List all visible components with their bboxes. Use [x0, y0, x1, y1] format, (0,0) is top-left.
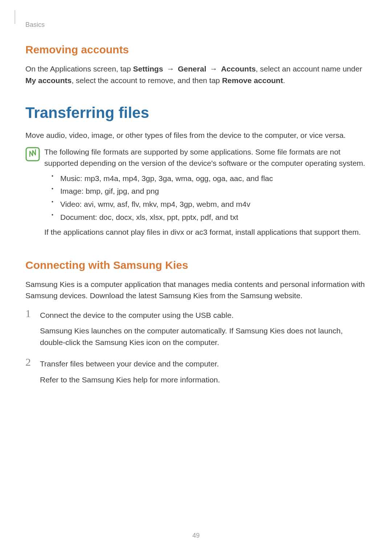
note-content: The following file formats are supported…: [44, 146, 367, 241]
removing-accounts-body: On the Applications screen, tap Settings…: [25, 63, 367, 86]
kies-intro: Samsung Kies is a computer application t…: [25, 279, 367, 301]
transferring-files-intro: Move audio, video, image, or other types…: [25, 130, 367, 141]
page-content: Removing accounts On the Applications sc…: [25, 44, 367, 385]
transferring-files-heading: Transferring files: [25, 104, 367, 122]
my-accounts-label: My accounts: [25, 76, 72, 85]
text-fragment: .: [283, 76, 285, 85]
kies-steps: 1 Connect the device to the computer usi…: [25, 309, 367, 386]
text-fragment: On the Applications screen, tap: [25, 65, 133, 73]
file-formats-list: Music: mp3, m4a, mp4, 3gp, 3ga, wma, ogg…: [44, 172, 367, 224]
note-icon: [25, 147, 40, 163]
list-item-music: Music: mp3, m4a, mp4, 3gp, 3ga, wma, ogg…: [52, 172, 367, 185]
step-number: 2: [25, 356, 31, 368]
step-main-text: Transfer files between your device and t…: [40, 358, 367, 370]
note-footer: If the applications cannot play files in…: [44, 226, 367, 238]
list-item-image: Image: bmp, gif, jpg, and png: [52, 185, 367, 198]
step-sub-text: Samsung Kies launches on the computer au…: [40, 325, 367, 348]
note-intro: The following file formats are supported…: [44, 146, 367, 169]
list-item-video: Video: avi, wmv, asf, flv, mkv, mp4, 3gp…: [52, 198, 367, 211]
arrow-icon: →: [206, 65, 221, 73]
step-1: 1 Connect the device to the computer usi…: [25, 309, 367, 348]
removing-accounts-heading: Removing accounts: [25, 44, 367, 56]
general-label: General: [178, 65, 206, 73]
list-item-document: Document: doc, docx, xls, xlsx, ppt, ppt…: [52, 211, 367, 224]
remove-account-label: Remove account: [222, 76, 283, 85]
kies-heading: Connecting with Samsung Kies: [25, 259, 367, 271]
arrow-icon: →: [163, 65, 178, 73]
manual-page: Basics Removing accounts On the Applicat…: [0, 0, 392, 554]
page-number: 49: [0, 532, 392, 539]
note-block: The following file formats are supported…: [25, 146, 367, 241]
step-2: 2 Transfer files between your device and…: [25, 358, 367, 385]
text-fragment: , select an account name under: [256, 65, 362, 73]
text-fragment: , select the account to remove, and then…: [72, 76, 222, 85]
kies-section: Connecting with Samsung Kies Samsung Kie…: [25, 259, 367, 386]
step-main-text: Connect the device to the computer using…: [40, 309, 367, 321]
accounts-label: Accounts: [221, 65, 256, 73]
settings-label: Settings: [133, 65, 163, 73]
step-sub-text: Refer to the Samsung Kies help for more …: [40, 374, 367, 386]
header-divider: [15, 10, 15, 24]
step-number: 1: [25, 307, 31, 320]
section-breadcrumb: Basics: [25, 21, 45, 29]
